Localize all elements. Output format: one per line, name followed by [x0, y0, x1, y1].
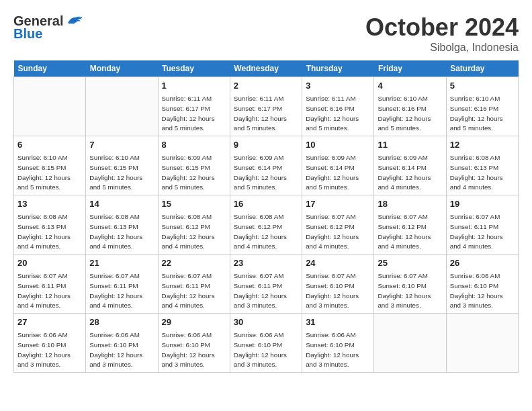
- day-info: Sunrise: 6:08 AM Sunset: 6:12 PM Dayligh…: [234, 213, 287, 250]
- calendar-cell: 15Sunrise: 6:08 AM Sunset: 6:12 PM Dayli…: [158, 195, 230, 255]
- calendar-cell: 5Sunrise: 6:10 AM Sunset: 6:16 PM Daylig…: [446, 77, 518, 136]
- day-info: Sunrise: 6:07 AM Sunset: 6:11 PM Dayligh…: [162, 272, 215, 309]
- day-info: Sunrise: 6:09 AM Sunset: 6:14 PM Dayligh…: [378, 154, 431, 191]
- day-number: 8: [162, 139, 226, 151]
- calendar-cell: 20Sunrise: 6:07 AM Sunset: 6:11 PM Dayli…: [14, 255, 86, 314]
- day-info: Sunrise: 6:07 AM Sunset: 6:11 PM Dayligh…: [234, 272, 287, 309]
- calendar-cell: 16Sunrise: 6:08 AM Sunset: 6:12 PM Dayli…: [230, 195, 302, 255]
- day-number: 3: [306, 80, 370, 92]
- day-number: 5: [450, 80, 515, 92]
- calendar-cell: 17Sunrise: 6:07 AM Sunset: 6:12 PM Dayli…: [302, 195, 374, 255]
- day-info: Sunrise: 6:11 AM Sunset: 6:17 PM Dayligh…: [162, 95, 215, 132]
- day-info: Sunrise: 6:10 AM Sunset: 6:15 PM Dayligh…: [89, 154, 142, 191]
- day-number: 28: [89, 316, 154, 328]
- title-block: October 2024 Sibolga, Indonesia: [365, 13, 519, 54]
- calendar-cell: [446, 314, 518, 373]
- day-info: Sunrise: 6:08 AM Sunset: 6:13 PM Dayligh…: [450, 154, 503, 191]
- weekday-header-monday: Monday: [86, 60, 158, 77]
- day-number: 11: [378, 139, 442, 151]
- calendar-cell: 26Sunrise: 6:06 AM Sunset: 6:10 PM Dayli…: [446, 255, 518, 314]
- calendar-cell: 4Sunrise: 6:10 AM Sunset: 6:16 PM Daylig…: [374, 77, 446, 136]
- day-number: 26: [450, 257, 515, 269]
- calendar-week-row: 27Sunrise: 6:06 AM Sunset: 6:10 PM Dayli…: [14, 314, 519, 373]
- day-info: Sunrise: 6:11 AM Sunset: 6:16 PM Dayligh…: [306, 95, 359, 132]
- logo-blue: Blue: [13, 26, 83, 42]
- day-number: 13: [17, 198, 82, 210]
- calendar-cell: 2Sunrise: 6:11 AM Sunset: 6:17 PM Daylig…: [230, 77, 302, 136]
- day-info: Sunrise: 6:08 AM Sunset: 6:13 PM Dayligh…: [89, 213, 142, 250]
- day-info: Sunrise: 6:10 AM Sunset: 6:16 PM Dayligh…: [378, 95, 431, 132]
- calendar-cell: 7Sunrise: 6:10 AM Sunset: 6:15 PM Daylig…: [86, 136, 158, 195]
- day-info: Sunrise: 6:09 AM Sunset: 6:14 PM Dayligh…: [306, 154, 359, 191]
- day-info: Sunrise: 6:07 AM Sunset: 6:12 PM Dayligh…: [306, 213, 359, 250]
- day-info: Sunrise: 6:07 AM Sunset: 6:11 PM Dayligh…: [89, 272, 142, 309]
- calendar-cell: 8Sunrise: 6:09 AM Sunset: 6:15 PM Daylig…: [158, 136, 230, 195]
- day-info: Sunrise: 6:08 AM Sunset: 6:12 PM Dayligh…: [162, 213, 215, 250]
- day-info: Sunrise: 6:07 AM Sunset: 6:10 PM Dayligh…: [306, 272, 359, 309]
- day-number: 2: [234, 80, 298, 92]
- calendar-cell: 9Sunrise: 6:09 AM Sunset: 6:14 PM Daylig…: [230, 136, 302, 195]
- day-info: Sunrise: 6:10 AM Sunset: 6:15 PM Dayligh…: [17, 154, 71, 191]
- calendar-cell: 22Sunrise: 6:07 AM Sunset: 6:11 PM Dayli…: [158, 255, 230, 314]
- calendar-cell: 23Sunrise: 6:07 AM Sunset: 6:11 PM Dayli…: [230, 255, 302, 314]
- logo-text: General Blue: [13, 13, 83, 42]
- day-number: 1: [162, 80, 226, 92]
- calendar-cell: 1Sunrise: 6:11 AM Sunset: 6:17 PM Daylig…: [158, 77, 230, 136]
- day-info: Sunrise: 6:07 AM Sunset: 6:11 PM Dayligh…: [450, 213, 503, 250]
- day-info: Sunrise: 6:06 AM Sunset: 6:10 PM Dayligh…: [17, 331, 71, 368]
- day-number: 18: [378, 198, 442, 210]
- calendar-cell: 21Sunrise: 6:07 AM Sunset: 6:11 PM Dayli…: [86, 255, 158, 314]
- day-number: 22: [162, 257, 226, 269]
- calendar-cell: 27Sunrise: 6:06 AM Sunset: 6:10 PM Dayli…: [14, 314, 86, 373]
- logo: General Blue: [13, 13, 83, 42]
- day-number: 19: [450, 198, 515, 210]
- day-number: 6: [17, 139, 82, 151]
- day-info: Sunrise: 6:07 AM Sunset: 6:10 PM Dayligh…: [378, 272, 431, 309]
- day-info: Sunrise: 6:09 AM Sunset: 6:14 PM Dayligh…: [234, 154, 287, 191]
- calendar-table: SundayMondayTuesdayWednesdayThursdayFrid…: [13, 60, 519, 373]
- day-info: Sunrise: 6:09 AM Sunset: 6:15 PM Dayligh…: [162, 154, 215, 191]
- page-header: General Blue October 2024 Sibolga, Indon…: [13, 13, 519, 54]
- calendar-cell: 25Sunrise: 6:07 AM Sunset: 6:10 PM Dayli…: [374, 255, 446, 314]
- day-number: 25: [378, 257, 442, 269]
- calendar-cell: [14, 77, 86, 136]
- calendar-week-row: 1Sunrise: 6:11 AM Sunset: 6:17 PM Daylig…: [14, 77, 519, 136]
- weekday-header-sunday: Sunday: [14, 60, 86, 77]
- calendar-week-row: 13Sunrise: 6:08 AM Sunset: 6:13 PM Dayli…: [14, 195, 519, 255]
- day-number: 23: [234, 257, 298, 269]
- day-number: 24: [306, 257, 370, 269]
- calendar-week-row: 6Sunrise: 6:10 AM Sunset: 6:15 PM Daylig…: [14, 136, 519, 195]
- day-number: 10: [306, 139, 370, 151]
- day-info: Sunrise: 6:07 AM Sunset: 6:11 PM Dayligh…: [17, 272, 71, 309]
- calendar-cell: 6Sunrise: 6:10 AM Sunset: 6:15 PM Daylig…: [14, 136, 86, 195]
- day-number: 9: [234, 139, 298, 151]
- calendar-cell: 13Sunrise: 6:08 AM Sunset: 6:13 PM Dayli…: [14, 195, 86, 255]
- calendar-week-row: 20Sunrise: 6:07 AM Sunset: 6:11 PM Dayli…: [14, 255, 519, 314]
- day-number: 17: [306, 198, 370, 210]
- weekday-header-tuesday: Tuesday: [158, 60, 230, 77]
- calendar-cell: 10Sunrise: 6:09 AM Sunset: 6:14 PM Dayli…: [302, 136, 374, 195]
- day-number: 14: [89, 198, 154, 210]
- day-number: 12: [450, 139, 515, 151]
- calendar-cell: 14Sunrise: 6:08 AM Sunset: 6:13 PM Dayli…: [86, 195, 158, 255]
- location: Sibolga, Indonesia: [365, 42, 519, 54]
- calendar-cell: 19Sunrise: 6:07 AM Sunset: 6:11 PM Dayli…: [446, 195, 518, 255]
- day-info: Sunrise: 6:11 AM Sunset: 6:17 PM Dayligh…: [234, 95, 287, 132]
- calendar-cell: [86, 77, 158, 136]
- weekday-header-saturday: Saturday: [446, 60, 518, 77]
- day-number: 4: [378, 80, 442, 92]
- calendar-cell: 11Sunrise: 6:09 AM Sunset: 6:14 PM Dayli…: [374, 136, 446, 195]
- calendar-cell: [374, 314, 446, 373]
- month-title: October 2024: [365, 13, 519, 42]
- weekday-header-wednesday: Wednesday: [230, 60, 302, 77]
- day-info: Sunrise: 6:06 AM Sunset: 6:10 PM Dayligh…: [234, 331, 287, 368]
- calendar-cell: 3Sunrise: 6:11 AM Sunset: 6:16 PM Daylig…: [302, 77, 374, 136]
- day-number: 15: [162, 198, 226, 210]
- calendar-cell: 30Sunrise: 6:06 AM Sunset: 6:10 PM Dayli…: [230, 314, 302, 373]
- calendar-cell: 12Sunrise: 6:08 AM Sunset: 6:13 PM Dayli…: [446, 136, 518, 195]
- day-number: 29: [162, 316, 226, 328]
- calendar-cell: 24Sunrise: 6:07 AM Sunset: 6:10 PM Dayli…: [302, 255, 374, 314]
- day-info: Sunrise: 6:07 AM Sunset: 6:12 PM Dayligh…: [378, 213, 431, 250]
- calendar-cell: 28Sunrise: 6:06 AM Sunset: 6:10 PM Dayli…: [86, 314, 158, 373]
- day-number: 21: [89, 257, 154, 269]
